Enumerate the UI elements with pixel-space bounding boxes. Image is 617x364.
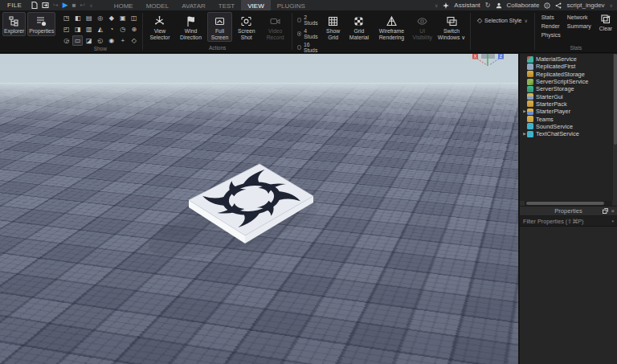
show-option-icon[interactable]: ▤ <box>84 13 94 23</box>
physics-stats-toggle[interactable]: Physics <box>541 32 561 38</box>
summary-stats-toggle[interactable]: Summary <box>567 23 591 29</box>
explorer-item-teams[interactable]: Teams <box>520 115 617 122</box>
explorer-item-replicatedfirst[interactable]: ReplicatedFirst <box>520 63 617 70</box>
grid-material-button[interactable]: Grid Material <box>345 12 372 42</box>
show-option-icon[interactable]: ⊕ <box>129 24 139 35</box>
play-icon[interactable]: ▶ <box>63 2 68 9</box>
stop-icon[interactable]: ■ <box>72 2 76 9</box>
video-record-button[interactable]: Video Record <box>261 12 289 42</box>
screen-shot-button[interactable]: Screen Shot <box>234 12 259 42</box>
user-caret-icon[interactable]: ∨ <box>610 2 613 8</box>
replicated-first-icon <box>527 63 533 70</box>
new-file-icon[interactable] <box>31 2 38 9</box>
show-option-icon[interactable]: ◇ <box>129 35 139 46</box>
collaborate-button[interactable]: Collaborate <box>507 2 540 9</box>
actions-group: View Selector Wind Direction Full Screen… <box>143 10 292 52</box>
filter-properties-input[interactable]: Filter Properties (⇧⌘P) ▾ <box>520 216 617 227</box>
explorer-item-startergui[interactable]: StarterGui <box>520 92 617 100</box>
text-chat-service-icon <box>527 131 533 137</box>
show-option-icon[interactable]: ◵ <box>95 35 105 46</box>
toolbar-options-caret-icon[interactable]: ∨ <box>89 2 92 8</box>
titlebar-right: ∨ Assistant ↻ Collaborate script_ingdev … <box>435 2 613 9</box>
actions-group-label: Actions <box>145 45 290 52</box>
tab-test[interactable]: TEST <box>212 0 241 10</box>
show-option-icon[interactable]: ◎ <box>95 13 105 23</box>
tab-avatar[interactable]: AVATAR <box>175 0 212 10</box>
show-option-icon[interactable]: ▣ <box>117 13 128 23</box>
publish-icon[interactable] <box>42 2 49 9</box>
stud-option-4[interactable]: 4 Studs <box>297 28 319 39</box>
show-option-icon[interactable]: ◳ <box>61 13 72 23</box>
show-option-icon[interactable]: ◉ <box>106 35 116 46</box>
sound-service-icon <box>527 123 533 129</box>
show-option-icon[interactable]: ◧ <box>72 13 83 23</box>
tab-plugins[interactable]: PLUGINS <box>271 0 312 10</box>
radio-icon[interactable] <box>297 45 301 50</box>
wind-direction-button[interactable]: Wind Direction <box>176 12 206 42</box>
show-option-icon[interactable]: ◶ <box>61 35 72 46</box>
close-icon[interactable]: × <box>611 207 615 215</box>
wireframe-rendering-button[interactable]: Wireframe Rendering <box>374 12 409 42</box>
show-option-icon[interactable]: ◔ <box>106 24 116 35</box>
show-option-icon[interactable]: ◷ <box>117 24 128 35</box>
network-stats-toggle[interactable]: Network <box>567 14 591 20</box>
share-icon[interactable] <box>555 2 562 9</box>
assistant-button[interactable]: Assistant <box>454 2 480 9</box>
info-icon[interactable] <box>544 2 550 9</box>
stud-option-16[interactable]: 16 Studs <box>297 42 319 53</box>
radio-icon[interactable] <box>297 18 301 22</box>
refresh-icon[interactable]: ↻ <box>485 2 491 9</box>
explorer-item-materialservice[interactable]: MaterialService <box>520 55 617 63</box>
explorer-item-textchatservice[interactable]: ▶TextChatService <box>520 130 617 137</box>
explorer-item-replicatedstorage[interactable]: ReplicatedStorage <box>520 71 617 78</box>
tab-home[interactable]: HOME <box>108 0 140 10</box>
explorer-toggle-button[interactable]: Explorer <box>2 12 26 36</box>
view-selector-button[interactable]: View Selector <box>145 12 174 42</box>
ribbon-tabs: HOME MODEL AVATAR TEST VIEW PLUGINS <box>108 0 312 10</box>
explorer-item-starterplayer[interactable]: ▶StarterPlayer <box>520 108 617 115</box>
selection-style-dropdown[interactable]: ◇ Selection Style ∨ <box>477 17 528 24</box>
show-option-icon[interactable]: + <box>117 35 128 46</box>
stud-option-2[interactable]: 2 Studs <box>297 14 319 26</box>
render-stats-toggle[interactable]: Render <box>541 23 561 29</box>
scrollbar-thumb[interactable] <box>614 54 617 145</box>
show-option-icon[interactable]: ◭ <box>95 24 105 35</box>
tab-model[interactable]: MODEL <box>140 0 175 10</box>
clear-stats-button[interactable]: Clear <box>599 14 612 31</box>
redo-icon[interactable]: ↪ <box>53 2 59 9</box>
show-option-icon[interactable]: ◫ <box>129 13 139 23</box>
overflow-caret-icon[interactable]: ∨ <box>435 2 438 8</box>
show-option-icon[interactable]: ◆ <box>106 13 116 23</box>
current-user-menu[interactable]: script_ingdev <box>566 2 604 9</box>
show-option-icon-selected[interactable]: ▭ <box>72 35 83 46</box>
replicated-storage-icon <box>527 71 533 77</box>
wind-flag-icon <box>185 15 197 27</box>
explorer-item-soundservice[interactable]: SoundService <box>520 123 617 130</box>
switch-windows-button[interactable]: Switch Windows ∨ <box>435 12 468 42</box>
properties-toggle-button[interactable]: Properties <box>27 12 55 36</box>
eye-icon <box>416 15 428 27</box>
explorer-vertical-scrollbar[interactable] <box>613 54 617 201</box>
explorer-item-serverscriptservice[interactable]: ServerScriptService <box>520 78 617 85</box>
explorer-item-serverstorage[interactable]: ServerStorage <box>520 85 617 92</box>
tab-view[interactable]: VIEW <box>241 0 270 10</box>
orientation-gizmo[interactable]: X Z <box>472 54 504 66</box>
show-option-icon[interactable]: ▥ <box>84 24 94 35</box>
ui-visibility-button[interactable]: UI Visibility <box>411 12 434 42</box>
full-screen-button[interactable]: Full Screen <box>207 12 231 42</box>
file-menu[interactable]: FILE <box>4 2 25 9</box>
stats-toggle[interactable]: Stats <box>541 14 561 20</box>
explorer-panel[interactable]: MaterialService ReplicatedFirst Replicat… <box>520 54 617 201</box>
undo-icon[interactable]: ↩ <box>80 2 86 9</box>
undock-icon[interactable] <box>603 208 608 214</box>
show-grid-button[interactable]: Show Grid <box>322 12 345 42</box>
show-option-icon[interactable]: ◨ <box>72 24 83 35</box>
show-option-icon[interactable]: ◪ <box>84 35 94 46</box>
explorer-item-starterpack[interactable]: StarterPack <box>520 100 617 108</box>
show-option-icon[interactable]: ◰ <box>61 24 72 35</box>
chevron-down-icon: ∨ <box>524 18 527 23</box>
viewport-3d[interactable]: X Z <box>0 54 518 364</box>
selection-style-diamond-icon: ◇ <box>477 17 482 24</box>
radio-selected-icon[interactable] <box>297 31 301 36</box>
scrollbar-thumb[interactable] <box>526 202 604 205</box>
